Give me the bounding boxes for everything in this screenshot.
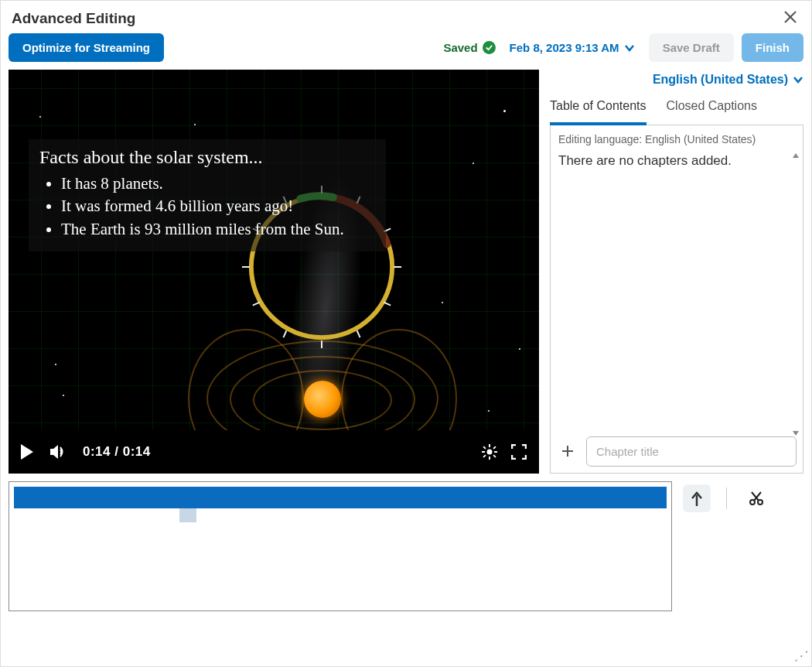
- tool-separator: [726, 487, 727, 509]
- chapter-title-input[interactable]: [586, 436, 797, 467]
- svg-marker-16: [50, 445, 58, 459]
- video-sun: [304, 381, 341, 418]
- optimize-button[interactable]: Optimize for Streaming: [9, 33, 164, 62]
- svg-rect-22: [483, 446, 486, 449]
- caption-overlay: Facts about the solar system... It has 8…: [29, 139, 386, 251]
- seek-tool-button[interactable]: [683, 484, 711, 512]
- video-controls: 0:14 / 0:14: [9, 430, 539, 474]
- tab-toc[interactable]: Table of Contents: [550, 99, 647, 125]
- resize-grip-icon[interactable]: ⋰: [794, 648, 807, 663]
- svg-rect-24: [493, 446, 496, 449]
- fullscreen-icon[interactable]: [511, 444, 527, 460]
- toc-panel: Editing language: English (United States…: [550, 125, 803, 474]
- tabs: Table of Contents Closed Captions: [550, 99, 803, 125]
- chevron-down-icon: [793, 74, 803, 85]
- svg-rect-25: [483, 454, 486, 457]
- add-chapter-button[interactable]: [557, 442, 578, 462]
- svg-marker-15: [21, 444, 33, 460]
- chevron-down-icon: [624, 43, 635, 53]
- saved-label: Saved: [443, 41, 477, 54]
- svg-rect-23: [493, 454, 496, 457]
- settings-icon[interactable]: [482, 444, 497, 460]
- volume-icon[interactable]: [50, 444, 67, 460]
- video-time: 0:14 / 0:14: [83, 444, 151, 460]
- svg-line-11: [253, 303, 260, 306]
- language-dropdown[interactable]: English (United States): [550, 70, 803, 99]
- cut-tool-button[interactable]: [742, 484, 770, 512]
- play-icon[interactable]: [21, 444, 35, 460]
- finish-button[interactable]: Finish: [742, 33, 803, 62]
- editing-language-note: Editing language: English (United States…: [557, 132, 797, 153]
- scrollbar[interactable]: [790, 153, 801, 436]
- svg-rect-20: [482, 451, 485, 453]
- svg-rect-21: [494, 451, 497, 453]
- close-icon[interactable]: [780, 9, 800, 29]
- caption-bullet: The Earth is 93 million miles from the S…: [61, 218, 375, 241]
- time-total: 0:14: [123, 444, 151, 459]
- svg-rect-19: [489, 457, 490, 460]
- saved-status: Saved: [443, 41, 495, 54]
- video-player[interactable]: Facts about the solar system... It has 8…: [9, 70, 539, 474]
- caption-bullet: It was formed 4.6 billion years ago!: [61, 195, 375, 217]
- svg-line-10: [384, 303, 391, 306]
- page-title: Advanced Editing: [12, 10, 135, 27]
- timeline[interactable]: [9, 481, 672, 611]
- tab-closed-captions[interactable]: Closed Captions: [667, 99, 757, 125]
- svg-rect-18: [489, 444, 490, 447]
- svg-point-17: [487, 450, 493, 455]
- save-draft-button: Save Draft: [649, 33, 734, 62]
- version-date-dropdown[interactable]: Feb 8, 2023 9:13 AM: [503, 41, 641, 54]
- caption-bullet: It has 8 planets.: [61, 173, 375, 195]
- timeline-track[interactable]: [14, 487, 667, 508]
- language-label: English (United States): [653, 73, 788, 87]
- svg-line-12: [357, 330, 360, 337]
- caption-title: Facts about the solar system...: [39, 147, 375, 168]
- time-current: 0:14: [83, 444, 111, 459]
- no-chapters-msg: There are no chapters added.: [557, 153, 797, 169]
- svg-line-13: [283, 330, 286, 337]
- version-date-label: Feb 8, 2023 9:13 AM: [510, 41, 619, 54]
- timeline-tools: [683, 481, 770, 512]
- check-icon: [483, 41, 496, 54]
- timeline-cursor[interactable]: [179, 508, 196, 522]
